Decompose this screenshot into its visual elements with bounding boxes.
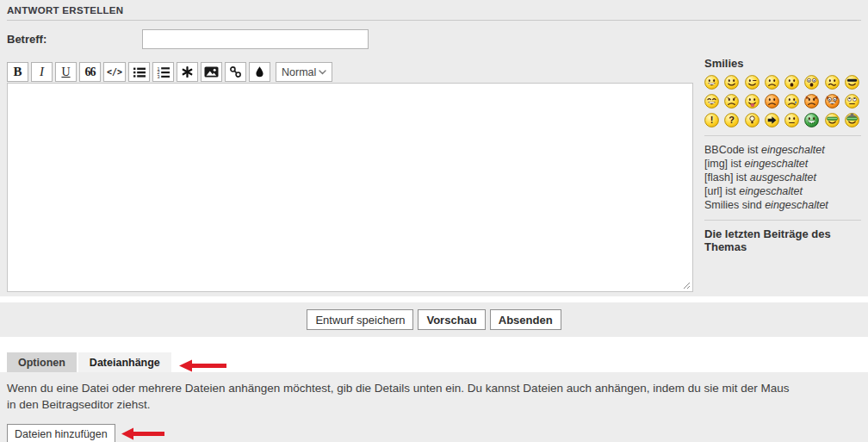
list-item-button[interactable]: [177, 62, 198, 82]
add-files-button[interactable]: Dateien hinzufügen: [7, 424, 115, 442]
smiley-geek-icon[interactable]: [825, 113, 840, 128]
format-select[interactable]: Normal: [276, 62, 332, 82]
smiley-twisted-icon[interactable]: [825, 94, 840, 109]
svg-text:?: ?: [728, 115, 735, 125]
smiley-surprised-icon[interactable]: [784, 75, 799, 90]
image-button[interactable]: [201, 62, 222, 82]
divider: [704, 135, 861, 136]
smiley-confused-icon[interactable]: [825, 75, 840, 90]
link-button[interactable]: [225, 62, 246, 82]
subject-label: Betreff:: [7, 33, 142, 46]
smiley-shocked-icon[interactable]: [804, 75, 819, 90]
smiley-mad-icon[interactable]: [724, 94, 739, 109]
save-draft-button[interactable]: Entwurf speichern: [307, 309, 413, 330]
message-box: [7, 83, 693, 292]
subject-input[interactable]: [142, 29, 369, 49]
tab-attachments[interactable]: Dateianhänge: [78, 352, 171, 372]
smiley-arrow-icon[interactable]: [765, 113, 779, 128]
bbcode-status-line: [img] ist eingeschaltet: [704, 157, 861, 171]
smiley-rolleyes-icon[interactable]: [845, 94, 859, 109]
smilies-sidebar: Smilies !? BBCode ist eingeschaltet [img…: [704, 49, 861, 292]
link-icon: [229, 65, 242, 78]
preview-button[interactable]: Vorschau: [418, 309, 485, 330]
panel-header: ANTWORT ERSTELLEN: [7, 0, 861, 21]
smilies-title: Smilies: [704, 57, 861, 70]
reply-form-panel: ANTWORT ERSTELLEN Betreff: BIU66</>123 N…: [0, 0, 868, 296]
bbcode-status-line: Smilies sind eingeschaltet: [704, 198, 861, 212]
smiley-razz-icon[interactable]: [745, 94, 760, 109]
smiley-embarrassed-icon[interactable]: [765, 94, 779, 109]
droplet-icon: [254, 65, 265, 78]
smiley-very-happy-icon[interactable]: [704, 75, 719, 90]
smiley-question-icon[interactable]: ?: [724, 113, 739, 128]
asterisk-icon: [181, 65, 194, 78]
code-button[interactable]: </>: [103, 62, 126, 82]
italic-glyph: I: [40, 65, 44, 79]
red-arrow-annotation: [121, 427, 164, 440]
bullet-list-button[interactable]: [128, 62, 150, 82]
underline-glyph: U: [61, 65, 70, 79]
svg-text:!: !: [710, 115, 714, 125]
bold-glyph: B: [13, 65, 22, 79]
underline-button[interactable]: U: [55, 62, 77, 82]
tab-options[interactable]: Optionen: [7, 352, 77, 372]
bbcode-status-line: BBCode ist eingeschaltet: [704, 143, 861, 157]
red-arrow-annotation: [179, 359, 226, 372]
smiley-cool-icon[interactable]: [845, 75, 859, 90]
submit-button[interactable]: Absenden: [490, 309, 561, 330]
actions-strip: Entwurf speichern Vorschau Absenden: [0, 302, 868, 337]
svg-text:3: 3: [157, 74, 159, 79]
message-textarea[interactable]: [7, 83, 693, 292]
smiley-smile-icon[interactable]: [724, 75, 739, 90]
left-arrow-icon: [121, 427, 164, 440]
smiley-neutral-icon[interactable]: [784, 113, 799, 128]
bullet-list-icon: [133, 65, 146, 79]
smiley-evil-icon[interactable]: [804, 94, 819, 109]
smiley-uber-geek-icon[interactable]: [845, 113, 859, 128]
smiley-mr-green-icon[interactable]: [804, 113, 819, 128]
smiley-crying-icon[interactable]: [784, 94, 799, 109]
chevron-down-icon: [319, 70, 326, 75]
italic-button[interactable]: I: [31, 62, 53, 82]
smiley-exclamation-icon[interactable]: !: [704, 113, 719, 128]
bbcode-status-list: BBCode ist eingeschaltet [img] ist einge…: [704, 143, 861, 212]
bbcode-status-line: [flash] ist ausgeschaltet: [704, 171, 861, 184]
code-glyph: </>: [107, 67, 122, 77]
font-color-button[interactable]: [249, 62, 270, 82]
smiley-grid: !?: [704, 75, 859, 128]
divider: [704, 220, 861, 221]
quote-button[interactable]: 66: [79, 62, 101, 82]
smiley-laughing-icon[interactable]: [704, 94, 719, 109]
smiley-sad-icon[interactable]: [765, 75, 779, 90]
subject-row: Betreff:: [7, 21, 861, 49]
editor-wrap: BIU66</>123 Normal Smilies !? BBCode ist…: [7, 49, 861, 292]
image-icon: [204, 65, 219, 78]
smiley-wink-icon[interactable]: [745, 75, 760, 90]
attach-actions: Dateien hinzufügen: [7, 424, 861, 442]
ordered-list-button[interactable]: 123: [152, 62, 174, 82]
attachments-description: Wenn du eine Datei oder mehrere Dateien …: [7, 380, 797, 413]
bold-button[interactable]: B: [7, 62, 28, 82]
left-arrow-icon: [179, 359, 226, 372]
quote-glyph: 66: [85, 65, 96, 79]
bbcode-status-line: [url] ist eingeschaltet: [704, 184, 861, 198]
editor-toolbar: BIU66</>123 Normal: [7, 62, 693, 82]
smiley-idea-icon[interactable]: [745, 113, 760, 128]
format-select-value: Normal: [282, 66, 316, 78]
editor-column: BIU66</>123 Normal: [7, 49, 693, 292]
attachments-panel: Wenn du eine Datei oder mehrere Dateien …: [0, 372, 868, 442]
panel-title: ANTWORT ERSTELLEN: [7, 5, 123, 16]
tabs-row: Optionen Dateianhänge: [7, 352, 868, 372]
ordered-list-icon: 123: [157, 65, 170, 79]
recent-posts-heading: Die letzten Beiträge des Themas: [704, 227, 861, 253]
